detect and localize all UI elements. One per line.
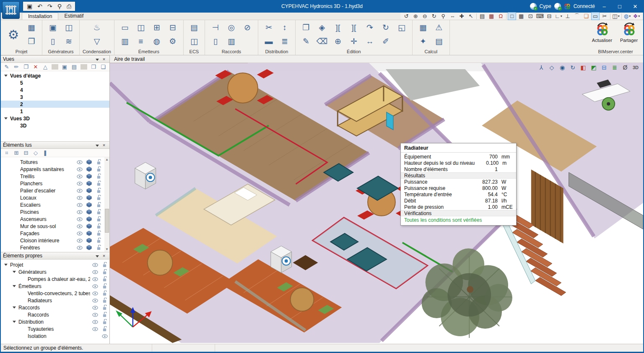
job-files-icon[interactable]: ❒ bbox=[25, 35, 38, 48]
match-properties-icon[interactable]: ✐ bbox=[379, 35, 392, 48]
tree-row[interactable]: Tuyauteries bbox=[1, 325, 109, 332]
settings-gear-icon[interactable]: ⚙ bbox=[5, 28, 22, 41]
tree-row[interactable]: 3 bbox=[1, 93, 109, 101]
zoom-extents-button[interactable]: ⊕ bbox=[412, 13, 419, 20]
list-item[interactable]: Escaliers bbox=[1, 201, 104, 208]
tree-row[interactable]: 1 bbox=[1, 108, 109, 115]
ribbon-tab[interactable]: Installation bbox=[22, 13, 58, 20]
scroll-up-icon[interactable]: ▲ bbox=[105, 157, 109, 162]
unlock-icon[interactable] bbox=[100, 298, 109, 303]
import-dxf-button[interactable]: ▤ bbox=[478, 13, 486, 20]
orbit-button[interactable]: ↺ bbox=[402, 13, 410, 20]
eye-icon[interactable] bbox=[90, 270, 100, 274]
cube-3d-icon[interactable] bbox=[84, 216, 94, 222]
box-3d-open-button[interactable]: ❏ bbox=[100, 64, 106, 70]
edit-view-button[interactable]: ✏ bbox=[13, 64, 20, 70]
list-item[interactable]: Treillis bbox=[1, 173, 104, 180]
3d-model[interactable] bbox=[110, 63, 643, 343]
list-item[interactable]: Toitures bbox=[1, 158, 104, 166]
rotate-icon[interactable]: ↻ bbox=[379, 21, 392, 34]
dimension-button[interactable]: ⊟ bbox=[545, 13, 553, 20]
fan-coil-cassette-icon[interactable]: ⊞ bbox=[151, 21, 163, 34]
eye-icon[interactable] bbox=[100, 334, 109, 338]
cube-3d-icon[interactable] bbox=[84, 209, 94, 215]
edit-pencil-icon[interactable]: ✎ bbox=[300, 35, 312, 48]
unlock-icon[interactable] bbox=[100, 291, 109, 296]
unlock-icon[interactable] bbox=[94, 159, 104, 165]
eye-icon[interactable] bbox=[75, 189, 84, 193]
water-heater-icon[interactable]: ◫ bbox=[62, 21, 75, 34]
unlock-icon[interactable] bbox=[94, 216, 104, 222]
cube-3d-icon[interactable] bbox=[84, 223, 94, 229]
resize-icon[interactable]: ◱ bbox=[395, 21, 408, 34]
dhw-tank-icon[interactable]: ◫ bbox=[188, 35, 200, 48]
list-item[interactable]: Ascenseurs bbox=[1, 215, 104, 223]
hide-elements-button[interactable]: Ø bbox=[622, 64, 628, 71]
angle-button[interactable]: ⌒ bbox=[573, 13, 581, 20]
chevron-down-icon[interactable] bbox=[4, 75, 8, 77]
expand-all-button[interactable]: ⊞ bbox=[13, 150, 20, 156]
unlock-icon[interactable] bbox=[100, 319, 109, 324]
cube-3d-icon[interactable] bbox=[84, 202, 94, 208]
close-panel-button[interactable]: × bbox=[101, 253, 107, 258]
unlock-icon[interactable] bbox=[100, 326, 109, 332]
print-button[interactable]: ⎙ bbox=[67, 3, 71, 10]
list-item[interactable]: Cloison intérieure bbox=[1, 237, 104, 244]
move-view-button[interactable]: ✚ bbox=[458, 13, 465, 20]
group-order-button[interactable]: ⌗ bbox=[3, 150, 10, 156]
eye-icon[interactable] bbox=[75, 246, 84, 250]
unlock-icon[interactable] bbox=[94, 238, 104, 243]
boiler-icon[interactable]: ▯ bbox=[47, 35, 59, 48]
section-box-button[interactable]: ◧ bbox=[580, 64, 587, 71]
valve-icon[interactable]: ⊘ bbox=[241, 21, 254, 34]
eye-icon[interactable] bbox=[90, 320, 100, 324]
eye-icon[interactable] bbox=[75, 217, 84, 221]
list-item[interactable]: Locaux bbox=[1, 194, 104, 201]
pump-icon[interactable]: ◎ bbox=[225, 21, 238, 34]
keyboard-entry-button[interactable]: ⌨ bbox=[536, 13, 544, 20]
list-item[interactable]: Façades bbox=[1, 230, 104, 237]
cube-3d-icon[interactable] bbox=[84, 181, 94, 186]
riser-icon[interactable]: ↕ bbox=[278, 21, 291, 34]
web-button[interactable]: ◍▾ bbox=[623, 13, 631, 20]
tree-row[interactable]: Vues 3D bbox=[1, 115, 109, 122]
snap-magnet-button[interactable]: Ω bbox=[497, 13, 504, 20]
tree-row[interactable]: Isolation bbox=[1, 332, 109, 340]
eye-icon[interactable] bbox=[75, 239, 84, 243]
unlock-icon[interactable] bbox=[100, 269, 109, 275]
app-icon[interactable] bbox=[2, 1, 20, 19]
search-button[interactable]: ⚲ bbox=[57, 3, 62, 10]
tree-row[interactable]: Générateurs bbox=[1, 268, 109, 275]
layers-button[interactable]: ≣ bbox=[611, 64, 618, 71]
capture-view-button[interactable]: ▣ bbox=[61, 64, 68, 70]
eye-icon[interactable] bbox=[90, 291, 100, 296]
tree-row[interactable]: Ventilo-convecteurs, 2 tubes bbox=[1, 290, 109, 297]
bimserver-update-button[interactable]: Actualiser bbox=[589, 21, 615, 43]
cube-3d-icon[interactable] bbox=[84, 238, 94, 243]
close-button[interactable]: ✕ bbox=[629, 1, 641, 11]
layer-copy-icon[interactable]: ◈ bbox=[316, 21, 328, 34]
eye-icon[interactable] bbox=[90, 306, 100, 310]
list-item[interactable]: Planchers bbox=[1, 180, 104, 187]
redraw-button[interactable]: ↻ bbox=[430, 13, 438, 20]
chevron-down-icon[interactable] bbox=[13, 271, 16, 273]
unlock-icon[interactable] bbox=[94, 188, 104, 193]
manifold-icon[interactable]: ≣ bbox=[278, 35, 291, 48]
eye-icon[interactable] bbox=[90, 277, 100, 281]
tree-row[interactable]: 4 bbox=[1, 86, 109, 93]
eraser-icon[interactable]: ⌫ bbox=[316, 35, 328, 48]
ortho-button[interactable]: ∟▾ bbox=[555, 13, 562, 20]
eye-icon[interactable] bbox=[90, 298, 100, 303]
scrollbar[interactable]: ▲ ▼ bbox=[104, 157, 109, 252]
list-item[interactable]: Piscines bbox=[1, 208, 104, 215]
eye-icon[interactable] bbox=[75, 196, 84, 200]
eye-icon[interactable] bbox=[90, 284, 100, 288]
move-icon[interactable]: ✛ bbox=[348, 35, 360, 48]
tree-row[interactable]: Vues d'étage bbox=[1, 72, 109, 79]
ribbon-tab[interactable]: Estimatif bbox=[58, 13, 89, 20]
fan-coil-duct-icon[interactable]: ⊟ bbox=[166, 21, 179, 34]
list-item[interactable]: Mur de sous-sol bbox=[1, 223, 104, 230]
radiant-circuit-icon[interactable]: ◍ bbox=[151, 35, 163, 48]
previous-view-button[interactable]: ↖ bbox=[467, 13, 475, 20]
list-item[interactable]: Appareils sanitaires bbox=[1, 166, 104, 173]
